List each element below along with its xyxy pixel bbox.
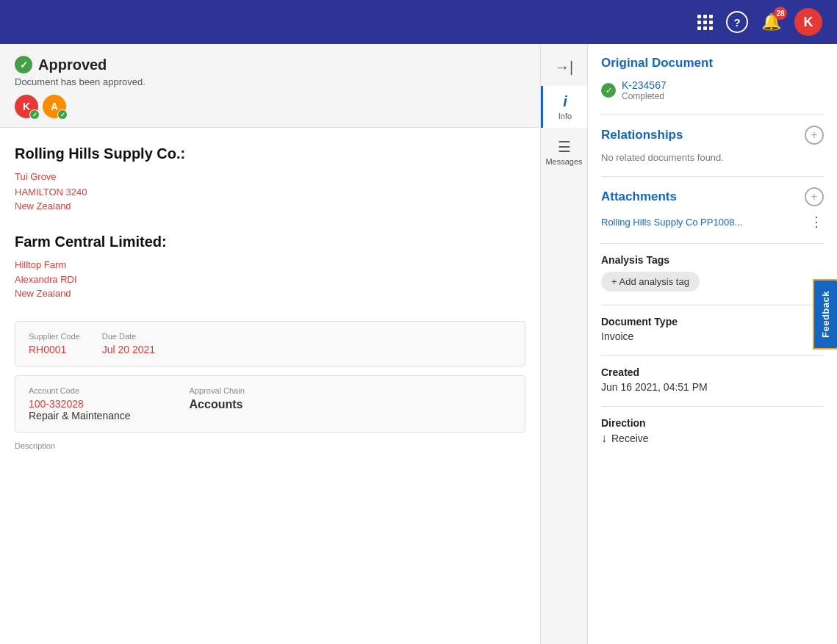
right-panel-scroll[interactable]: Original Document ✓ K-234567 Completed R… xyxy=(588,44,837,644)
separator-2 xyxy=(601,176,824,177)
buyer-name: Farm Central Limited: xyxy=(15,234,525,250)
due-date-group: Due Date Jul 20 2021 xyxy=(102,332,155,355)
relationships-title: Relationships xyxy=(601,128,683,142)
analysis-tags-section: Analysis Tags + Add analysis tag xyxy=(601,254,824,292)
account-approval-fields: Account Code 100-332028 Repair & Mainten… xyxy=(15,375,525,433)
account-code-label: Account Code xyxy=(29,386,131,395)
attachments-section: Attachments + Rolling Hills Supply Co PP… xyxy=(601,187,824,230)
account-desc: Repair & Maintenance xyxy=(29,410,131,422)
due-date-label: Due Date xyxy=(102,332,155,341)
direction-label: Direction xyxy=(601,417,824,429)
add-tag-button[interactable]: + Add analysis tag xyxy=(601,272,700,292)
buyer-address-line2: Alexandra RDI xyxy=(15,272,525,288)
no-related-text: No related documents found. xyxy=(601,152,824,163)
analysis-tags-label: Analysis Tags xyxy=(601,254,824,266)
approval-chain-group: Approval Chain Accounts xyxy=(190,386,245,422)
original-document-section: Original Document ✓ K-234567 Completed xyxy=(601,56,824,101)
relationships-section: Relationships + No related documents fou… xyxy=(601,126,824,163)
created-label: Created xyxy=(601,366,824,378)
doc-check-icon: ✓ xyxy=(601,83,616,98)
document-type-label: Document Type xyxy=(601,316,824,328)
collapse-button[interactable]: →| xyxy=(541,51,587,83)
info-icon: i xyxy=(563,93,567,110)
approver2-check: ✓ xyxy=(57,109,68,120)
separator-5 xyxy=(601,355,824,356)
info-button[interactable]: i Info xyxy=(541,86,587,128)
supplier-code-value: RH0001 xyxy=(29,344,80,355)
approval-chain-value: Accounts xyxy=(190,398,245,411)
supplier-name: Rolling Hills Supply Co.: xyxy=(15,145,525,162)
document-type-value: Invoice xyxy=(601,330,824,342)
add-relationship-button[interactable]: + xyxy=(805,126,824,145)
created-value: Jun 16 2021, 04:51 PM xyxy=(601,381,824,393)
direction-row: ↓ Receive xyxy=(601,432,824,445)
document-content: Rolling Hills Supply Co.: Tui Grove HAMI… xyxy=(0,128,540,468)
grid-menu-icon[interactable] xyxy=(697,15,713,30)
right-panel: Original Document ✓ K-234567 Completed R… xyxy=(587,44,837,644)
messages-icon: ☰ xyxy=(558,138,571,156)
approver-avatar-k: K ✓ xyxy=(15,95,38,118)
down-arrow-icon: ↓ xyxy=(601,432,607,445)
approved-checkmark-icon: ✓ xyxy=(15,56,32,73)
approved-subtitle: Document has been approved. xyxy=(15,76,525,87)
buyer-address-line3: New Zealand xyxy=(15,288,525,299)
direction-section: Direction ↓ Receive xyxy=(601,417,824,445)
supplier-due-fields: Supplier Code RH0001 Due Date Jul 20 202… xyxy=(15,321,525,366)
supplier-code-label: Supplier Code xyxy=(29,332,80,341)
original-doc-row: ✓ K-234567 Completed xyxy=(601,79,824,101)
account-code-group: Account Code 100-332028 Repair & Mainten… xyxy=(29,386,131,422)
supplier-address-line2: HAMILTON 3240 xyxy=(15,185,525,200)
info-label: Info xyxy=(558,112,572,120)
supplier-address-line3: New Zealand xyxy=(15,200,525,211)
due-date-value: Jul 20 2021 xyxy=(102,344,155,355)
approvers-row: K ✓ A ✓ xyxy=(15,95,525,118)
notifications-icon[interactable]: 🔔 28 xyxy=(761,12,781,32)
separator-4 xyxy=(601,305,824,305)
attachments-title: Attachments xyxy=(601,189,677,204)
approval-chain-label: Approval Chain xyxy=(190,386,245,395)
doc-id-link[interactable]: K-234567 xyxy=(622,79,667,91)
main-container: ✓ Approved Document has been approved. K… xyxy=(0,44,837,644)
supplier-code-group: Supplier Code RH0001 xyxy=(29,332,80,355)
right-wrapper: Original Document ✓ K-234567 Completed R… xyxy=(587,44,837,644)
add-attachment-button[interactable]: + xyxy=(805,187,824,206)
sidebar-icons: →| i Info ☰ Messages xyxy=(540,44,587,644)
attachment-row: Rolling Hills Supply Co PP1008... ⋮ xyxy=(601,214,824,230)
feedback-tab-container: Feedback xyxy=(813,279,837,350)
direction-value: Receive xyxy=(611,433,649,444)
relationships-header: Relationships + xyxy=(601,126,824,145)
messages-button[interactable]: ☰ Messages xyxy=(541,131,587,173)
created-section: Created Jun 16 2021, 04:51 PM xyxy=(601,366,824,393)
approver-avatar-a: A ✓ xyxy=(43,95,66,118)
attachments-header: Attachments + xyxy=(601,187,824,206)
separator-1 xyxy=(601,115,824,115)
approved-banner: ✓ Approved Document has been approved. K… xyxy=(0,44,540,128)
messages-label: Messages xyxy=(545,157,582,166)
separator-3 xyxy=(601,243,824,244)
feedback-button[interactable]: Feedback xyxy=(813,279,837,350)
buyer-address-line1: Hilltop Farm xyxy=(15,258,525,273)
attachment-menu-dots[interactable]: ⋮ xyxy=(810,214,824,230)
approver1-check: ✓ xyxy=(29,109,40,120)
user-avatar[interactable]: K xyxy=(794,8,822,36)
original-doc-title: Original Document xyxy=(601,56,824,70)
description-label: Description xyxy=(15,441,525,450)
document-type-section: Document Type Invoice xyxy=(601,316,824,342)
separator-6 xyxy=(601,406,824,407)
attachment-link[interactable]: Rolling Hills Supply Co PP1008... xyxy=(601,217,742,228)
help-icon[interactable]: ? xyxy=(726,11,748,33)
left-panel: ✓ Approved Document has been approved. K… xyxy=(0,44,540,644)
top-nav: ? 🔔 28 K xyxy=(0,0,837,44)
approved-title-text: Approved xyxy=(38,57,107,73)
collapse-icon: →| xyxy=(555,59,573,76)
supplier-address-line1: Tui Grove xyxy=(15,170,525,185)
notification-badge: 28 xyxy=(774,7,787,20)
doc-status: Completed xyxy=(622,91,667,101)
account-code-value: 100-332028 xyxy=(29,398,131,410)
